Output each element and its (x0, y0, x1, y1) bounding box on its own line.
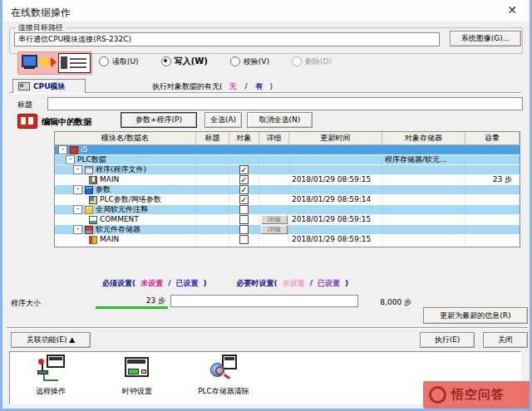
title-field-label: 标题 (17, 100, 32, 110)
target-checkbox[interactable] (239, 215, 249, 224)
table-row[interactable]: MAIN2018/01/29 08:59:1523 步 (55, 175, 520, 185)
column-header: 模块名/数据名 (55, 132, 196, 144)
row-label: COMMENT (100, 215, 139, 224)
table-row[interactable]: COMMENT详细2018/01/29 08:59:15 (55, 215, 520, 225)
table-row[interactable]: -软元件存储器详细 (55, 225, 520, 235)
param-program-button[interactable]: 参数+程序(P) (121, 112, 197, 128)
update-time (289, 185, 382, 194)
title-field-input[interactable] (47, 97, 523, 110)
remote-operation-item[interactable]: 远程操作 (18, 355, 83, 397)
project-icon (70, 146, 78, 154)
mode-radio[interactable]: 读取(U) (99, 56, 139, 67)
data-table: 模块名/数据名 标题 对象 详细 更新时间 对象存储器 容量 -i5-PLC数据… (54, 131, 520, 247)
target-checkbox[interactable] (239, 235, 249, 244)
optional-not-set: 未设置 (283, 279, 305, 287)
detail-cell (259, 205, 289, 214)
program-size-used: 23 步 (94, 296, 165, 306)
clock-setting-item[interactable]: 时钟设置 (105, 355, 170, 397)
program-icon (89, 176, 97, 184)
target-checkbox[interactable] (239, 195, 249, 204)
tree-expander[interactable]: - (73, 185, 82, 194)
edit-data-label: 编辑中的数据 (42, 116, 91, 128)
target-cell (229, 185, 259, 194)
optional-label: 必要时设置( (237, 279, 278, 287)
target-cell (229, 155, 259, 164)
tree-expander[interactable]: - (73, 225, 82, 234)
tree-expander[interactable]: - (73, 205, 82, 214)
comment-folder-icon (85, 206, 93, 214)
table-row[interactable]: PLC参数/网络参数2018/01/29 08:59:14 (55, 195, 520, 205)
table-row[interactable]: -参数 (55, 185, 520, 195)
title-cell (196, 195, 229, 204)
exec-status-have[interactable]: 有 (256, 82, 264, 91)
exec-status-none[interactable]: 无 (229, 82, 237, 91)
optional-legend: 必要时设置(未设置/已设置) (237, 278, 349, 289)
select-all-button[interactable]: 全选(A) (204, 112, 242, 128)
clock-setting-icon (122, 355, 152, 384)
target-memory (382, 235, 466, 244)
table-row[interactable]: -i5 (55, 145, 520, 155)
close-icon[interactable]: ✕ (505, 3, 520, 17)
exec-status-separator: / (245, 82, 248, 91)
tree-expander[interactable]: - (73, 165, 82, 174)
computer-base-icon (24, 66, 35, 69)
target-checkbox[interactable] (239, 185, 249, 194)
table-row[interactable]: MAIN2018/01/29 08:59:15 (55, 235, 520, 245)
device-memory-icon (89, 236, 97, 244)
target-checkbox[interactable] (239, 205, 249, 214)
online-data-operation-dialog: 在线数据操作 ✕ 连接目标路径 系统图像(G)... 读取(U)写入(W)校验(… (0, 0, 532, 411)
table-row[interactable]: -PLC数据程序存储器/软元... (55, 155, 520, 165)
tab-label: CPU模块 (33, 81, 66, 92)
deselect-all-button[interactable]: 取消全选(N) (247, 112, 313, 128)
remote-operation-label: 远程操作 (36, 386, 66, 397)
title-cell (196, 175, 229, 184)
mode-radio[interactable]: 校验(V) (230, 56, 269, 67)
column-header: 对象存储器 (382, 132, 466, 144)
target-checkbox[interactable] (239, 225, 249, 234)
optional-set: 已设置 (318, 279, 340, 287)
related-functions-button[interactable]: 关联功能(E) ▲ (11, 332, 91, 348)
target-checkbox[interactable] (239, 165, 249, 174)
title-cell (196, 185, 229, 194)
refresh-info-button[interactable]: 更新为最新的信息(R) (423, 307, 528, 324)
plc-memory-clear-item[interactable]: PLC存储器清除 (191, 355, 256, 397)
row-label: MAIN (100, 235, 119, 244)
update-time (289, 225, 382, 234)
detail-cell (259, 145, 289, 154)
detail-cell (259, 175, 289, 184)
detail-button[interactable]: 详细 (261, 225, 288, 234)
column-header: 对象 (229, 132, 259, 144)
tab-cpu-module[interactable]: CPU模块 (12, 79, 86, 93)
edit-data-icon (17, 114, 37, 129)
detail-button[interactable]: 详细 (261, 215, 288, 224)
mode-radio-label: 删除(D) (305, 56, 332, 67)
tree-expander[interactable]: - (66, 155, 75, 164)
cpu-module-icon (18, 82, 30, 91)
target-memory (382, 225, 466, 234)
execute-button[interactable]: 执行(E) (420, 332, 475, 348)
target-checkbox[interactable] (239, 175, 249, 184)
column-header: 容量 (466, 132, 520, 144)
plc-memory-clear-icon (209, 355, 239, 384)
exec-status-prefix: 执行对象数据的有无( (152, 82, 223, 91)
column-header: 详细 (259, 132, 289, 144)
close-button[interactable]: 关闭 (483, 332, 528, 348)
table-row[interactable]: -全局软元件注释 (55, 205, 520, 215)
table-header: 模块名/数据名 标题 对象 详细 更新时间 对象存储器 容量 (55, 132, 520, 145)
capacity (466, 235, 520, 244)
tree-expander[interactable]: - (58, 145, 67, 154)
program-folder-icon (85, 166, 93, 174)
capacity (466, 185, 520, 194)
title-cell (196, 215, 229, 224)
detail-cell (259, 235, 289, 244)
target-cell (229, 195, 259, 204)
update-time (289, 145, 382, 154)
mode-radio[interactable]: 写入(W) (161, 56, 208, 67)
target-cell (229, 165, 259, 174)
system-image-button[interactable]: 系统图像(G)... (450, 31, 521, 46)
target-memory (382, 185, 466, 194)
title-cell (196, 205, 229, 214)
table-row[interactable]: -程序(程序文件) (55, 165, 520, 175)
connection-path-input[interactable] (14, 32, 440, 46)
comment-icon (89, 216, 97, 224)
